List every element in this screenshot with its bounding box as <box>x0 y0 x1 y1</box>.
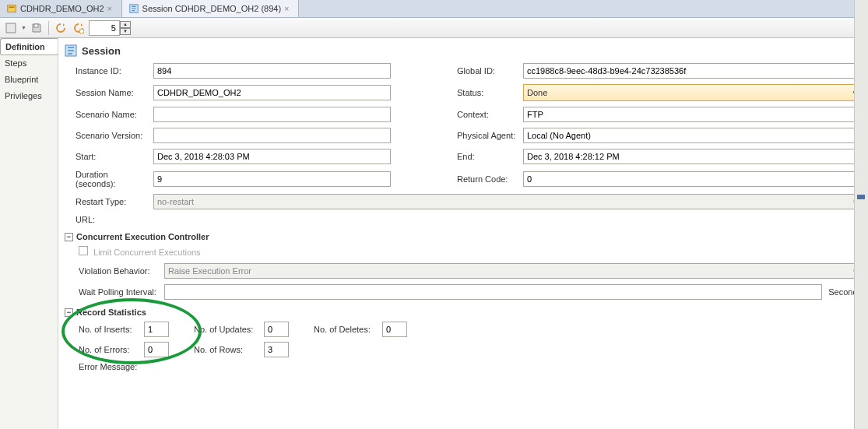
collapse-button[interactable]: − <box>65 233 73 241</box>
side-tab-steps[interactable]: Steps <box>0 55 58 72</box>
physical-agent-field[interactable] <box>523 128 862 143</box>
error-message-label: Error Message: <box>79 362 156 371</box>
close-icon[interactable]: × <box>107 5 115 12</box>
auto-refresh-button[interactable] <box>71 20 86 36</box>
restart-type-label: Restart Type: <box>76 197 153 206</box>
limit-concurrent-checkbox <box>79 246 88 255</box>
editor-tabs: CDHDR_DEMO_OH2 × Session CDHDR_DEMO_OH2 … <box>0 0 868 18</box>
side-tab-blueprint[interactable]: Blueprint <box>0 72 58 88</box>
start-field[interactable] <box>153 149 391 164</box>
rows-field[interactable] <box>264 342 289 357</box>
violation-behavior-field: Raise Execution Error ▼ <box>164 263 862 279</box>
tab-label: CDHDR_DEMO_OH2 <box>20 4 104 13</box>
svg-rect-4 <box>34 24 38 27</box>
global-id-label: Global ID: <box>457 66 523 76</box>
updates-label: No. of Updates: <box>194 325 259 334</box>
record-stats-title: Record Statistics <box>76 308 146 317</box>
page-header: Session <box>65 41 862 63</box>
svg-rect-0 <box>8 5 16 12</box>
svg-point-5 <box>79 29 84 33</box>
inserts-label: No. of Inserts: <box>79 325 139 334</box>
instance-id-field[interactable] <box>153 63 391 79</box>
wait-polling-field[interactable] <box>164 284 822 300</box>
toolbar: ▼ ▲ ▼ <box>0 18 868 38</box>
page-title: Session <box>82 45 121 57</box>
updates-field[interactable] <box>264 322 289 337</box>
side-tab-definition[interactable]: Definition <box>0 38 58 55</box>
save-button[interactable] <box>29 20 44 36</box>
end-label: End: <box>457 152 523 161</box>
close-icon[interactable]: × <box>284 5 292 12</box>
inserts-field[interactable] <box>144 322 169 337</box>
rows-label: No. of Rows: <box>194 345 259 354</box>
scenario-name-label: Scenario Name: <box>76 110 153 119</box>
scenario-version-field[interactable] <box>153 128 391 143</box>
deletes-label: No. of Deletes: <box>314 325 378 334</box>
gutter-mark <box>857 195 865 199</box>
duration-field[interactable] <box>153 171 391 187</box>
return-code-field[interactable] <box>523 171 862 187</box>
physical-agent-label: Physical Agent: <box>457 131 523 140</box>
tab-label: Session CDHDR_DEMO_OH2 (894) <box>142 4 282 13</box>
status-label: Status: <box>457 88 523 97</box>
tab-scenario[interactable]: CDHDR_DEMO_OH2 × <box>0 0 122 17</box>
restart-type-field: no-restart ▼ <box>153 194 862 209</box>
instance-id-label: Instance ID: <box>76 66 153 76</box>
refresh-button[interactable] <box>53 20 69 36</box>
refresh-interval-spinner[interactable]: ▲ ▼ <box>89 20 131 36</box>
session-icon <box>128 3 139 14</box>
context-label: Context: <box>457 110 523 119</box>
save-dropdown-button[interactable] <box>3 20 19 36</box>
scenario-version-label: Scenario Version: <box>76 131 153 140</box>
status-dropdown[interactable]: Done ▼ <box>523 84 862 101</box>
url-label: URL: <box>76 215 153 224</box>
dropdown-arrow-icon[interactable]: ▼ <box>21 25 26 30</box>
svg-rect-1 <box>9 6 15 8</box>
content-panel: Session Instance ID: Global ID: Session … <box>58 38 868 429</box>
svg-rect-3 <box>6 23 16 33</box>
session-name-label: Session Name: <box>76 88 153 97</box>
limit-concurrent-label: Limit Concurrent Executions <box>93 248 201 257</box>
spinner-input[interactable] <box>89 20 120 36</box>
collapse-button[interactable]: − <box>65 308 73 317</box>
wait-polling-label: Wait Polling Interval: <box>79 287 164 297</box>
spinner-down-icon[interactable]: ▼ <box>120 28 131 35</box>
spinner-up-icon[interactable]: ▲ <box>120 21 131 28</box>
start-label: Start: <box>76 152 153 161</box>
global-id-field[interactable] <box>523 63 862 79</box>
deletes-field[interactable] <box>382 322 407 337</box>
session-icon <box>65 44 77 57</box>
scenario-icon <box>6 3 17 14</box>
session-name-field[interactable] <box>153 85 391 100</box>
violation-behavior-label: Violation Behavior: <box>79 266 164 276</box>
side-tabs: Definition Steps Blueprint Privileges <box>0 38 58 429</box>
status-value: Done <box>527 88 547 97</box>
tab-session[interactable]: Session CDHDR_DEMO_OH2 (894) × <box>122 0 300 17</box>
errors-field[interactable] <box>144 342 169 357</box>
side-tab-privileges[interactable]: Privileges <box>0 88 58 104</box>
duration-label: Duration (seconds): <box>76 170 153 188</box>
scenario-name-field[interactable] <box>153 107 391 122</box>
end-field[interactable] <box>523 149 862 164</box>
scrollbar-gutter[interactable] <box>854 0 868 429</box>
return-code-label: Return Code: <box>457 174 523 184</box>
errors-label: No. of Errors: <box>79 345 139 354</box>
concurrent-section-title: Concurrent Execution Controller <box>76 232 209 241</box>
context-field[interactable] <box>523 107 862 122</box>
